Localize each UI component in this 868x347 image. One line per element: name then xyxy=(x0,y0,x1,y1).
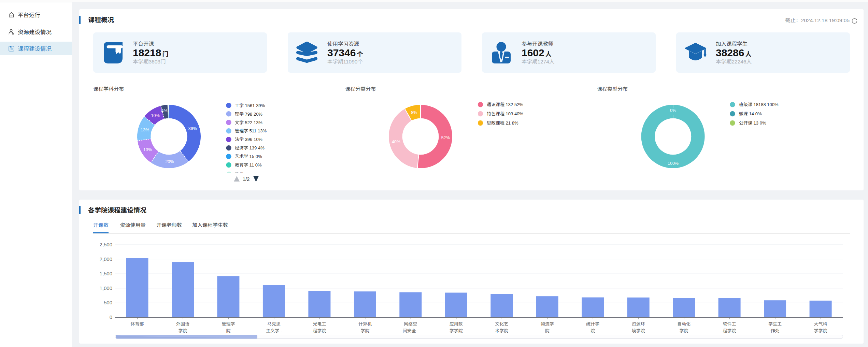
svg-text:程学院: 程学院 xyxy=(723,327,736,334)
svg-text:0%: 0% xyxy=(670,107,676,113)
svg-text:8%: 8% xyxy=(411,109,417,115)
svg-text:40%: 40% xyxy=(392,138,400,145)
svg-text:软件工: 软件工 xyxy=(723,320,736,327)
svg-text:思政课程 21 8%: 思政课程 21 8% xyxy=(487,119,518,126)
svg-text:学学院: 学学院 xyxy=(814,327,827,334)
svg-text:程学院: 程学院 xyxy=(313,327,326,334)
svg-text:应用数: 应用数 xyxy=(450,320,463,327)
svg-text:教育学 11 0%: 教育学 11 0% xyxy=(235,161,262,168)
svg-text:经济学 139 4%: 经济学 139 4% xyxy=(235,144,265,151)
svg-text:学院: 学院 xyxy=(680,327,688,334)
svg-text:1/2: 1/2 xyxy=(243,175,250,182)
svg-text:自动化: 自动化 xyxy=(677,320,691,327)
svg-text:体育部: 体育部 xyxy=(130,320,144,327)
svg-text:1,000: 1,000 xyxy=(99,284,112,291)
svg-text:院: 院 xyxy=(545,327,550,334)
svg-text:10%: 10% xyxy=(151,112,159,118)
svg-text:特色课程 103 40%: 特色课程 103 40% xyxy=(487,110,523,117)
svg-text:通识课程 132 52%: 通识课程 132 52% xyxy=(487,101,523,107)
svg-text:0: 0 xyxy=(110,313,112,320)
svg-text:学学院: 学学院 xyxy=(450,327,463,334)
svg-text:文化艺: 文化艺 xyxy=(495,320,508,327)
svg-text:1,500: 1,500 xyxy=(99,270,112,277)
svg-text:微课 14 0%: 微课 14 0% xyxy=(739,110,762,117)
svg-text:管理学: 管理学 xyxy=(222,320,235,327)
svg-text:学院: 学院 xyxy=(178,327,187,334)
svg-text:学院: 学院 xyxy=(360,327,369,334)
svg-text:境学院: 境学院 xyxy=(632,327,645,334)
svg-text:理学 798 20%: 理学 798 20% xyxy=(235,111,262,117)
svg-text:主义学..: 主义学.. xyxy=(266,327,282,334)
svg-text:间安全..: 间安全.. xyxy=(403,327,418,334)
svg-text:20%: 20% xyxy=(165,158,174,164)
svg-text:马克思: 马克思 xyxy=(267,320,281,327)
svg-text:大气科: 大气科 xyxy=(814,320,827,327)
svg-text:文学 522 13%: 文学 522 13% xyxy=(235,119,262,126)
svg-text:学生工: 学生工 xyxy=(768,320,782,327)
svg-text:统计学: 统计学 xyxy=(586,320,599,327)
svg-text:院: 院 xyxy=(226,327,230,334)
svg-text:术学院: 术学院 xyxy=(495,327,508,334)
svg-text:光电工: 光电工 xyxy=(313,320,326,327)
svg-text:计算机: 计算机 xyxy=(358,320,372,327)
svg-text:管理学 511 13%: 管理学 511 13% xyxy=(235,127,267,134)
svg-text:网络空: 网络空 xyxy=(404,320,417,327)
svg-text:13%: 13% xyxy=(143,146,152,153)
svg-text:39%: 39% xyxy=(188,125,197,131)
svg-text:作处: 作处 xyxy=(771,327,780,334)
svg-text:100%: 100% xyxy=(668,160,679,166)
svg-text:2,000: 2,000 xyxy=(99,255,112,262)
svg-text:艺术学 15 0%: 艺术学 15 0% xyxy=(235,153,262,159)
svg-text:资源环: 资源环 xyxy=(632,320,645,327)
svg-text:班级课 18188 100%: 班级课 18188 100% xyxy=(739,101,779,107)
svg-text:13%: 13% xyxy=(141,126,149,133)
svg-text:4%: 4% xyxy=(161,107,167,114)
svg-text:公开课 13 0%: 公开课 13 0% xyxy=(739,119,766,126)
svg-text:院: 院 xyxy=(590,327,595,334)
svg-text:2,500: 2,500 xyxy=(99,241,112,248)
svg-text:500: 500 xyxy=(104,299,112,306)
svg-text:外国语: 外国语 xyxy=(176,320,189,327)
svg-text:52%: 52% xyxy=(441,134,450,141)
svg-text:法学 396 10%: 法学 396 10% xyxy=(235,136,262,142)
svg-text:物流学: 物流学 xyxy=(541,320,554,327)
svg-text:工学 1561 39%: 工学 1561 39% xyxy=(235,102,265,109)
